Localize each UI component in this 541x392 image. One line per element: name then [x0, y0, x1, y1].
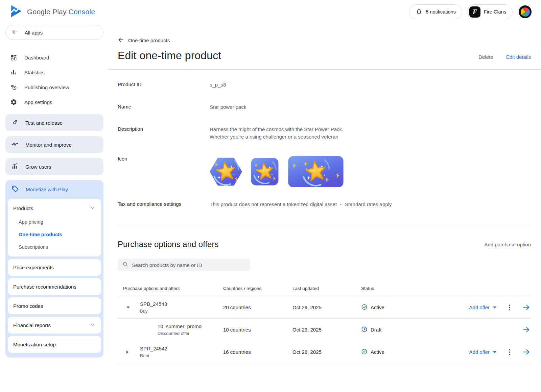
purchase-option-type: Buy: [140, 309, 167, 314]
sidebar-item-app-pricing[interactable]: App pricing: [13, 216, 96, 228]
sidebar-section-test-and-release[interactable]: Test and release: [5, 114, 103, 131]
field-label: Description: [118, 126, 210, 141]
open-row-arrow-button[interactable]: [522, 348, 530, 356]
edit-details-button[interactable]: Edit details: [506, 54, 531, 60]
card-label: Price experiments: [13, 265, 54, 270]
last-updated-cell: Oct 28, 2025: [292, 349, 361, 355]
purchase-option-id: SPR_24542: [140, 346, 167, 351]
add-purchase-option-button[interactable]: Add purchase option: [484, 242, 531, 247]
notifications-count: 5 notifications: [426, 9, 456, 15]
active-check-icon: [361, 348, 368, 356]
chevron-down-icon: [90, 322, 96, 328]
table-row: 10_summer_promo Discounted offer 10 coun…: [118, 319, 531, 341]
table-row: SPB_24543 Buy 20 countries Oct 29, 2025: [118, 296, 531, 319]
column-header-countries: Countries / regions: [223, 286, 292, 291]
sidebar-item-subscriptions[interactable]: Subscriptions: [13, 241, 96, 253]
breadcrumb-back-icon[interactable]: [118, 36, 124, 44]
statistics-icon: [9, 69, 18, 76]
product-icon-hexagon: [210, 155, 242, 189]
sidebar-section-monitor-and-improve[interactable]: Monitor and improve: [5, 136, 103, 153]
bell-icon: [416, 8, 422, 16]
card-label: Financial reports: [13, 322, 51, 328]
column-header-updated: Last updated: [292, 286, 361, 291]
card-label: Promo codes: [13, 303, 43, 309]
more-options-button[interactable]: [509, 304, 510, 311]
status-badge: Active: [361, 348, 425, 356]
field-label: Product ID: [118, 81, 210, 89]
table-header: Purchase options and offers Countries / …: [118, 281, 531, 296]
sidebar-item-app-settings[interactable]: App settings: [5, 95, 103, 109]
draft-clock-icon: [361, 326, 368, 334]
product-name-value: Star power pack: [210, 103, 246, 111]
back-arrow-icon: [11, 29, 18, 36]
status-badge: Draft: [361, 326, 425, 334]
sidebar-item-label: Statistics: [24, 70, 45, 75]
countries-cell: 10 countries: [223, 327, 292, 333]
more-options-button[interactable]: [509, 349, 510, 355]
sidebar-section-monetize-header[interactable]: Monetize with Play: [8, 180, 101, 199]
table-row: SPR_24542 Rent 16 countries Oct 28, 2025: [118, 341, 531, 363]
collapse-row-button[interactable]: [126, 307, 131, 309]
field-label: Name: [118, 103, 210, 111]
status-label: Active: [371, 304, 384, 310]
sidebar-section-grow-users[interactable]: Grow users: [5, 158, 103, 175]
rocket-icon: [11, 119, 19, 127]
purchase-options-table: Purchase options and offers Countries / …: [118, 281, 531, 363]
sidebar-section-label: Grow users: [25, 164, 51, 170]
sidebar-item-price-experiments[interactable]: Price experiments: [8, 259, 101, 276]
app-name: Fire Clans: [484, 9, 506, 15]
expand-row-button[interactable]: [126, 350, 131, 354]
column-header-status: Status: [361, 286, 425, 291]
open-row-arrow-button[interactable]: [522, 326, 530, 334]
sidebar-item-purchase-recommendations[interactable]: Purchase recommendations: [8, 278, 101, 295]
tax-value: This product does not represent a tokeni…: [210, 201, 392, 208]
add-offer-button[interactable]: Add offer: [469, 349, 496, 355]
sidebar-section-label: Monitor and improve: [25, 142, 72, 148]
app-settings-icon: [9, 99, 18, 106]
last-updated-cell: Oct 29, 2025: [292, 327, 361, 333]
field-description: Description Harness the might of the cos…: [118, 126, 531, 141]
notifications-button[interactable]: 5 notifications: [409, 4, 462, 19]
sidebar-section-label: Test and release: [25, 120, 63, 126]
column-header-offers: Purchase options and offers: [118, 286, 223, 291]
sidebar-section-monetize: Monetize with Play Products App pricing …: [5, 180, 103, 358]
play-console-logo[interactable]: Google PlayConsole: [10, 4, 95, 19]
sidebar-item-financial-reports[interactable]: Financial reports: [8, 317, 101, 334]
add-offer-label: Add offer: [469, 304, 490, 310]
delete-button[interactable]: Delete: [478, 54, 493, 60]
countries-cell: 16 countries: [223, 349, 292, 355]
main-content: One-time products Edit one-time product …: [109, 24, 541, 363]
sidebar-item-one-time-products[interactable]: One-time products: [13, 228, 96, 241]
account-avatar[interactable]: [519, 5, 532, 18]
pulse-icon: [11, 141, 19, 149]
all-apps-label: All apps: [25, 30, 43, 35]
sidebar-item-promo-codes[interactable]: Promo codes: [8, 297, 101, 314]
purchase-options-section: Purchase options and offers Add purchase…: [109, 226, 541, 363]
countries-cell: 20 countries: [223, 304, 292, 310]
open-row-arrow-button[interactable]: [522, 303, 530, 311]
brand-console: Console: [69, 8, 95, 16]
search-input[interactable]: [132, 262, 245, 268]
add-offer-button[interactable]: Add offer: [469, 304, 496, 310]
field-label: Tax and compliance settings: [118, 201, 210, 208]
products-expander[interactable]: Products: [13, 201, 96, 216]
sidebar-item-publishing-overview[interactable]: Publishing overview: [5, 80, 103, 95]
sub-item-label: Subscriptions: [19, 244, 48, 250]
sidebar-item-monetization-setup[interactable]: Monetization setup: [8, 336, 101, 353]
growth-icon: [11, 163, 19, 171]
offer-id: 10_summer_promo: [158, 323, 202, 329]
add-offer-label: Add offer: [469, 349, 490, 355]
tax-value-primary: This product does not represent a tokeni…: [210, 201, 337, 207]
app-selector-button[interactable]: F Fire Clans: [467, 4, 513, 19]
status-badge: Active: [361, 304, 425, 311]
field-name: Name Star power pack: [118, 103, 531, 111]
products-label: Products: [13, 205, 33, 211]
all-apps-button[interactable]: All apps: [5, 25, 103, 40]
card-label: Monetization setup: [13, 342, 56, 347]
sidebar-item-statistics[interactable]: Statistics: [5, 65, 103, 80]
description-value: Harness the might of the cosmos with the…: [210, 126, 343, 141]
sidebar-item-dashboard[interactable]: Dashboard: [5, 50, 103, 65]
breadcrumb-label[interactable]: One-time products: [128, 38, 170, 43]
status-label: Draft: [371, 327, 382, 333]
sub-item-label: App pricing: [19, 219, 43, 225]
